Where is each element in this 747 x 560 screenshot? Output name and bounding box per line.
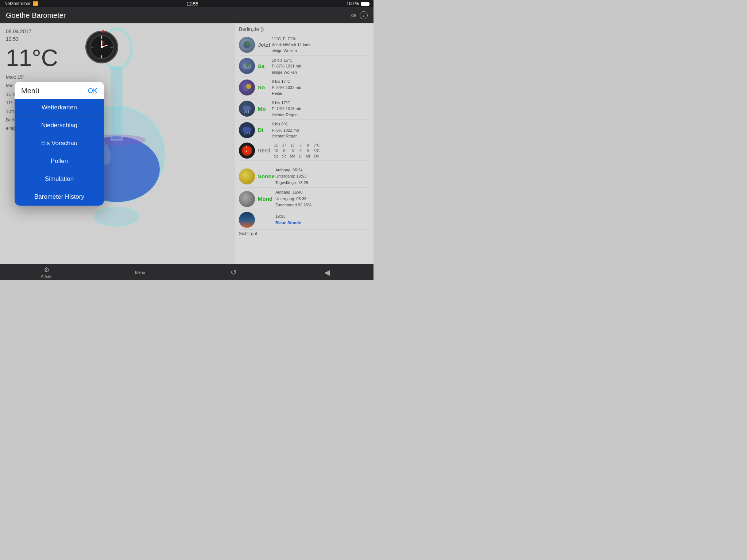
tab-refresh[interactable]: ↺ xyxy=(219,268,248,277)
refresh-icon: ↺ xyxy=(231,268,237,277)
status-time: 12:55 xyxy=(186,1,198,7)
menu-ok-button[interactable]: OK xyxy=(88,87,97,95)
locale-label: de xyxy=(351,13,356,18)
tab-menue[interactable]: Menü xyxy=(125,270,155,275)
status-right: 100 % xyxy=(347,1,369,6)
menu-title: Menü xyxy=(21,87,39,95)
menu-item-niederschlag[interactable]: Niederschlag xyxy=(15,117,104,135)
staedte-icon: ⚙ xyxy=(44,266,50,274)
info-icon: i xyxy=(363,13,364,18)
status-left: Netzbetreiber 📶 xyxy=(4,1,38,6)
menu-item-barometer-history[interactable]: Barometer History xyxy=(15,188,104,206)
menu-items-list: Wetterkarten Niederschlag Eis Vorschau P… xyxy=(15,99,104,206)
menue-label: Menü xyxy=(135,270,145,275)
battery-text: 100 % xyxy=(347,1,359,6)
menu-item-eis-vorschau[interactable]: Eis Vorschau xyxy=(15,135,104,152)
tab-staedte[interactable]: ⚙ Städte xyxy=(32,266,61,279)
carrier-text: Netzbetreiber xyxy=(4,1,31,6)
battery-icon xyxy=(361,2,369,6)
tab-bar: ⚙ Städte Menü ↺ ◀ xyxy=(0,264,374,280)
menu-dialog: Menü OK Wetterkarten Niederschlag Eis Vo… xyxy=(15,82,104,206)
main-content: 08.04.2017 12:53 11°C Max: 15° Min: 10° … xyxy=(0,23,374,264)
header-right: de i xyxy=(351,11,368,19)
back-icon: ◀ xyxy=(324,268,330,277)
status-bar: Netzbetreiber 📶 12:55 100 % xyxy=(0,0,374,7)
menu-overlay: Menü OK Wetterkarten Niederschlag Eis Vo… xyxy=(0,23,374,264)
menu-header: Menü OK xyxy=(15,82,104,99)
tab-back[interactable]: ◀ xyxy=(312,268,341,277)
staedte-label: Städte xyxy=(41,275,53,279)
menu-item-pollen[interactable]: Pollen xyxy=(15,152,104,170)
info-button[interactable]: i xyxy=(360,11,368,19)
menu-item-simulation[interactable]: Simulation xyxy=(15,170,104,188)
wifi-icon: 📶 xyxy=(33,1,38,6)
app-title: Goethe Barometer xyxy=(6,11,66,20)
app-header: Goethe Barometer de i xyxy=(0,7,374,23)
menu-item-wetterkarten[interactable]: Wetterkarten xyxy=(15,99,104,117)
